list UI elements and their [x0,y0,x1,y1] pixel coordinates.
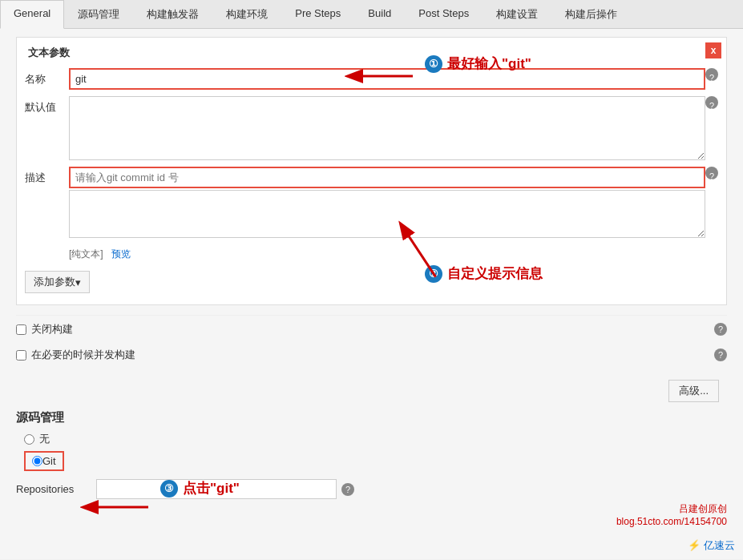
tab-settings[interactable]: 构建设置 [483,0,551,28]
close-build-row: 关闭构建 ? [16,319,727,340]
desc-help-icon[interactable]: ? [705,167,718,179]
radio-none-label: 无 [39,432,50,446]
advanced-button[interactable]: 高级... [668,380,719,402]
repos-help-icon[interactable]: ? [341,483,354,496]
tab-triggers[interactable]: 构建触发器 [133,0,212,28]
radio-git-label: Git [42,455,56,467]
radio-none-row: 无 [24,432,727,446]
radio-none[interactable] [24,434,34,445]
parallel-build-checkbox[interactable] [16,350,26,361]
footer-text: [纯文本] [69,248,103,260]
checkbox-section: 关闭构建 ? 在必要的时候并发构建 ? [16,315,727,373]
add-param-label: 添加参数 [34,275,75,289]
close-build-checkbox[interactable] [16,324,26,335]
name-row: 名称 ? [25,68,718,90]
source-section-title: 源码管理 [16,410,727,425]
name-input[interactable] [69,68,705,90]
add-param-container: 添加参数 ▾ [25,264,718,296]
name-help-icon[interactable]: ? [705,68,718,81]
param-card-title: 文本参数 [25,46,718,60]
default-help-icon[interactable]: ? [705,96,718,109]
tab-env[interactable]: 构建环境 [212,0,281,28]
desc-row: 描述 ? [25,167,718,238]
desc-textarea[interactable] [69,190,705,238]
card-footer: [纯文本] 预览 [25,244,718,264]
parallel-build-help-icon[interactable]: ? [714,348,727,361]
yisu-logo: ⚡ 亿速云 [688,538,735,553]
close-build-label: 关闭构建 [31,322,73,336]
parallel-build-label: 在必要的时候并发构建 [31,348,135,362]
radio-git-row: Git [24,451,64,471]
add-param-button[interactable]: 添加参数 ▾ [25,271,90,293]
repos-label: Repositories [16,483,96,495]
default-label: 默认值 [25,96,69,115]
tab-general[interactable]: General [0,0,64,29]
desc-label: 描述 [25,167,69,185]
repos-row: Repositories ? [16,479,727,499]
tab-poststeps[interactable]: Post Steps [405,0,483,28]
default-textarea[interactable] [69,96,705,160]
tab-presteps[interactable]: Pre Steps [281,0,354,28]
default-row: 默认值 ? [25,96,718,160]
tab-source[interactable]: 源码管理 [64,0,133,28]
close-button[interactable]: x [705,42,721,58]
parallel-build-row: 在必要的时候并发构建 ? [16,344,727,365]
dropdown-arrow-icon: ▾ [75,276,81,288]
param-card: 文本参数 x 名称 ? 默认值 ? 描述 ? [16,37,727,305]
close-build-help-icon[interactable]: ? [714,323,727,336]
preview-link[interactable]: 预览 [111,248,131,260]
repos-input[interactable] [96,479,337,499]
tab-build[interactable]: Build [354,0,405,28]
name-label: 名称 [25,68,69,87]
desc-container [69,167,705,238]
yisu-logo-text: ⚡ 亿速云 [688,538,735,553]
radio-git[interactable] [32,456,42,466]
tab-bar: General 源码管理 构建触发器 构建环境 Pre Steps Build … [0,0,743,29]
tab-postbuild[interactable]: 构建后操作 [551,0,631,28]
desc-input[interactable] [69,167,705,188]
main-content: 文本参数 x 名称 ? 默认值 ? 描述 ? [0,29,743,559]
